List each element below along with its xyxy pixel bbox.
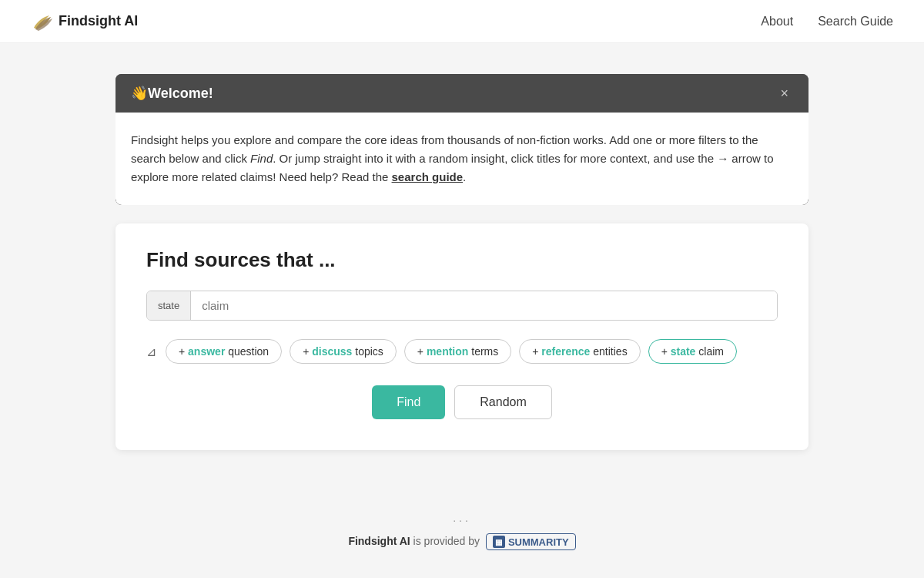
search-type-badge: state	[147, 291, 191, 320]
random-button[interactable]: Random	[454, 385, 551, 419]
chip-reference-suffix: entities	[590, 345, 627, 358]
main-content: 👋Welcome! × Findsight helps you explore …	[100, 43, 824, 481]
header: Findsight AI About Search Guide	[0, 0, 924, 43]
welcome-banner: 👋Welcome! × Findsight helps you explore …	[116, 74, 808, 205]
logo-text: Findsight AI	[59, 13, 138, 29]
chip-reference[interactable]: + reference entities	[519, 339, 640, 364]
search-card: Find sources that ... state ⊿ + answer q…	[116, 223, 808, 450]
chip-state-keyword: state	[671, 345, 696, 358]
footer-provided-by: is provided by	[410, 535, 483, 547]
summarity-label: SUMMARITY	[508, 536, 569, 548]
find-button[interactable]: Find	[372, 385, 445, 419]
filter-icon: ⊿	[146, 344, 156, 359]
search-input[interactable]	[191, 291, 777, 320]
footer-dots: ...	[15, 512, 909, 524]
footer: ... Findsight AI is provided by ▦SUMMARI…	[0, 481, 924, 566]
welcome-title: 👋Welcome!	[131, 85, 213, 102]
footer-text: Findsight AI is provided by ▦SUMMARITY	[15, 533, 909, 550]
chip-mention-suffix: terms	[468, 345, 498, 358]
chip-answer-prefix: +	[179, 345, 188, 358]
welcome-text-3: .	[463, 170, 466, 183]
chip-answer[interactable]: + answer question	[166, 339, 282, 364]
close-welcome-button[interactable]: ×	[775, 85, 793, 102]
search-guide-link[interactable]: search guide	[392, 170, 464, 183]
chip-discuss[interactable]: + discuss topics	[290, 339, 397, 364]
chip-discuss-keyword: discuss	[312, 345, 352, 358]
chip-state-suffix: claim	[695, 345, 724, 358]
chip-discuss-prefix: +	[303, 345, 312, 358]
welcome-body: Findsight helps you explore and compare …	[116, 113, 808, 205]
chip-mention[interactable]: + mention terms	[404, 339, 511, 364]
chip-state[interactable]: + state claim	[648, 339, 737, 364]
summarity-badge: ▦SUMMARITY	[486, 533, 576, 550]
chip-reference-keyword: reference	[541, 345, 590, 358]
search-input-row: state	[146, 291, 778, 321]
welcome-description: Findsight helps you explore and compare …	[131, 131, 793, 187]
filter-row: ⊿ + answer question + discuss topics + m…	[146, 339, 778, 364]
logo-icon	[31, 11, 52, 32]
welcome-header: 👋Welcome! ×	[116, 74, 808, 113]
logo-area: Findsight AI	[31, 11, 138, 32]
welcome-find-italic: Find	[250, 152, 273, 165]
chip-mention-keyword: mention	[427, 345, 468, 358]
nav-about[interactable]: About	[761, 15, 793, 29]
chip-answer-suffix: question	[225, 345, 269, 358]
chip-state-prefix: +	[661, 345, 671, 358]
footer-brand: Findsight AI	[348, 535, 410, 547]
nav-links: About Search Guide	[761, 15, 893, 29]
chip-discuss-suffix: topics	[352, 345, 383, 358]
chip-reference-prefix: +	[532, 345, 541, 358]
chip-mention-prefix: +	[417, 345, 427, 358]
nav-search-guide[interactable]: Search Guide	[818, 15, 893, 29]
search-title: Find sources that ...	[146, 248, 778, 272]
chip-answer-keyword: answer	[188, 345, 225, 358]
action-buttons: Find Random	[146, 385, 778, 419]
summarity-icon: ▦	[493, 536, 505, 548]
